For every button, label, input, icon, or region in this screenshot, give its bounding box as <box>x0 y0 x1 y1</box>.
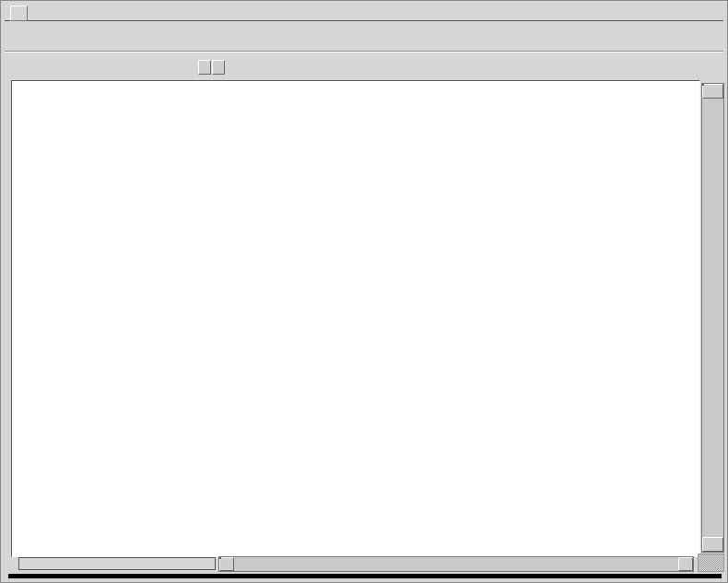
horizontal-scrollbar[interactable] <box>218 556 694 572</box>
name-pane-gauge <box>18 557 216 570</box>
signal-name-column <box>12 81 219 556</box>
scrollbar-corner <box>698 554 724 572</box>
scroll-down-button[interactable] <box>212 60 225 75</box>
scroll-up-button[interactable] <box>198 60 211 75</box>
app-window <box>0 0 728 583</box>
menu-bar <box>5 21 723 52</box>
trace-panel <box>11 80 700 557</box>
title-bar <box>5 5 723 21</box>
window-menu-button[interactable] <box>10 6 28 21</box>
header-strip <box>5 52 723 80</box>
scrollbar-right-arrow-icon[interactable] <box>678 557 693 571</box>
scrollbar-left-arrow-icon[interactable] <box>219 557 234 571</box>
vertical-scrollbar[interactable] <box>701 83 724 553</box>
window-resize-edge[interactable] <box>8 574 722 578</box>
scrollbar-down-arrow-icon[interactable] <box>702 537 723 552</box>
vertical-scrollbar-thumb[interactable] <box>702 84 704 86</box>
waveform-area[interactable] <box>219 81 699 556</box>
horizontal-scrollbar-thumb[interactable] <box>219 557 221 559</box>
scrollbar-up-arrow-icon[interactable] <box>702 84 723 99</box>
